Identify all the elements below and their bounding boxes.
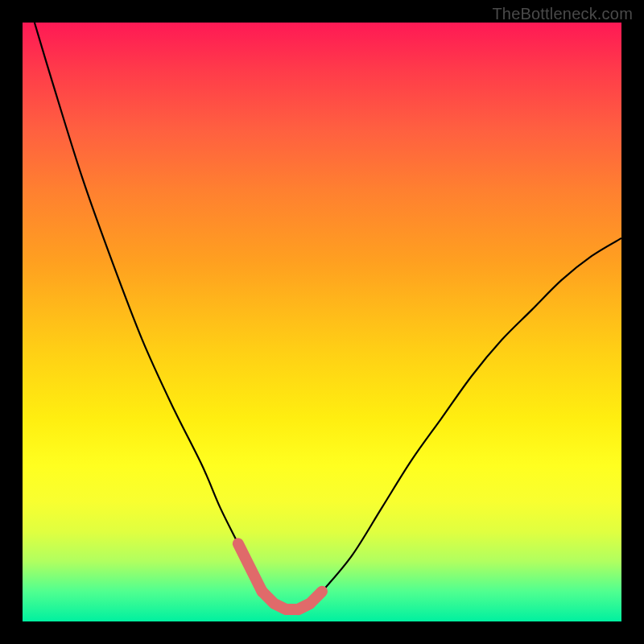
watermark-text: TheBottleneck.com	[492, 5, 633, 23]
highlight-left-segment	[238, 543, 262, 592]
outer-frame: TheBottleneck.com	[0, 0, 644, 644]
curve-svg	[23, 23, 621, 621]
plot-area	[23, 23, 621, 621]
bottleneck-curve	[35, 23, 621, 610]
highlight-right-segment	[298, 592, 322, 609]
